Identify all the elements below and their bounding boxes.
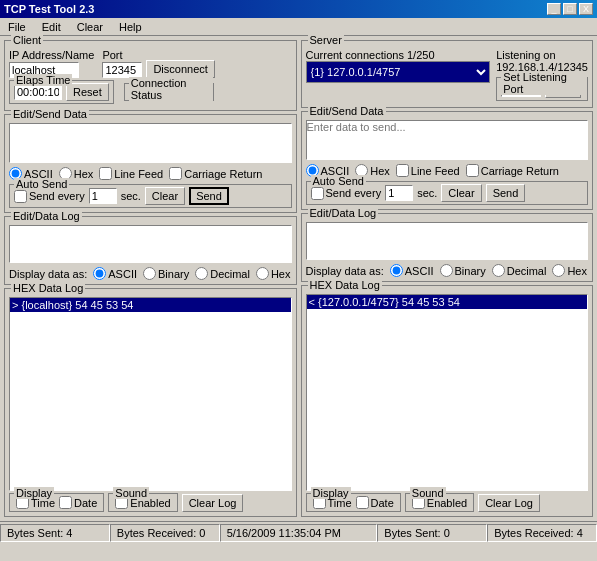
port-label: Port <box>102 49 142 61</box>
server-send-button[interactable]: Send <box>486 184 526 202</box>
server-cr-checkbox[interactable] <box>466 164 479 177</box>
server-auto-send-label: Auto Send <box>311 175 366 187</box>
server-disp-decimal-radio[interactable] <box>492 264 505 277</box>
client-data-log-label: Edit/Data Log <box>11 210 82 222</box>
server-send-every-checkbox-label[interactable]: Send every <box>311 187 382 200</box>
server-data-log-textarea[interactable] <box>306 222 589 260</box>
client-group-label: Client <box>11 34 43 46</box>
client-edit-send-textarea[interactable] <box>9 123 292 163</box>
server-cr-checkbox-label[interactable]: Carriage Return <box>466 164 559 177</box>
client-sec-label: sec. <box>121 190 141 202</box>
client-sound-group: Sound Enabled <box>108 493 177 512</box>
client-auto-send-group: Auto Send Send every sec. Clear Send <box>9 184 292 208</box>
client-date-checkbox[interactable] <box>59 496 72 509</box>
menu-help[interactable]: Help <box>115 20 146 34</box>
client-disp-ascii-label[interactable]: ASCII <box>93 267 137 280</box>
server-data-log-group: Edit/Data Log Display data as: ASCII Bin… <box>301 213 594 282</box>
server-group-label: Server <box>308 34 344 46</box>
status-bytes-received-client: Bytes Received: 0 <box>110 524 220 542</box>
menu-file[interactable]: File <box>4 20 30 34</box>
client-send-every-input[interactable] <box>89 188 117 204</box>
server-hex-log-label: HEX Data Log <box>308 279 382 291</box>
server-date-checkbox-label[interactable]: Date <box>356 496 394 509</box>
client-disp-binary-radio[interactable] <box>143 267 156 280</box>
server-disp-hex-label[interactable]: Hex <box>552 264 587 277</box>
server-edit-send-label: Edit/Send Data <box>308 105 386 117</box>
client-sound-label: Sound <box>113 487 149 499</box>
status-bytes-received-server: Bytes Received: 4 <box>487 524 597 542</box>
client-disp-binary-label[interactable]: Binary <box>143 267 189 280</box>
close-button[interactable]: X <box>579 3 593 15</box>
server-disp-ascii-label[interactable]: ASCII <box>390 264 434 277</box>
server-clear-log-button[interactable]: Clear Log <box>478 494 540 512</box>
client-display-sound-row: Display Time Date Sound Enabled Clear Lo… <box>9 493 292 512</box>
menu-bar: File Edit Clear Help <box>0 18 597 36</box>
client-cr-checkbox[interactable] <box>169 167 182 180</box>
client-disp-decimal-radio[interactable] <box>195 267 208 280</box>
server-lf-checkbox-label[interactable]: Line Feed <box>396 164 460 177</box>
ip-label: IP Address/Name <box>9 49 94 61</box>
server-disp-binary-radio[interactable] <box>440 264 453 277</box>
client-disp-hex-label[interactable]: Hex <box>256 267 291 280</box>
server-date-checkbox[interactable] <box>356 496 369 509</box>
client-disp-hex-radio[interactable] <box>256 267 269 280</box>
server-set-port-subgroup: Set Listening Port Bind <box>496 77 588 101</box>
server-connections-row: Current connections 1/250 {1} 127.0.0.1/… <box>306 49 589 101</box>
minimize-button[interactable]: _ <box>547 3 561 15</box>
client-hex-log-group: HEX Data Log > {localhost} 54 45 53 54 D… <box>4 288 297 517</box>
server-sound-label: Sound <box>410 487 446 499</box>
client-send-button[interactable]: Send <box>189 187 229 205</box>
client-lf-checkbox-label[interactable]: Line Feed <box>99 167 163 180</box>
server-display-group: Display Time Date <box>306 493 401 512</box>
server-data-log-label: Edit/Data Log <box>308 207 379 219</box>
client-disp-decimal-label[interactable]: Decimal <box>195 267 250 280</box>
server-disp-hex-radio[interactable] <box>552 264 565 277</box>
menu-clear[interactable]: Clear <box>73 20 107 34</box>
port-input[interactable] <box>102 62 142 78</box>
server-sec-label: sec. <box>417 187 437 199</box>
menu-edit[interactable]: Edit <box>38 20 65 34</box>
client-hex-log-row[interactable]: > {localhost} 54 45 53 54 <box>10 298 291 312</box>
server-disp-decimal-label[interactable]: Decimal <box>492 264 547 277</box>
client-display-label: Display <box>14 487 54 499</box>
connection-status-subgroup: Connection Status Connected <box>124 83 214 101</box>
server-send-every-checkbox[interactable] <box>311 187 324 200</box>
server-edit-send-group: Edit/Send Data ASCII Hex Line Feed Carri… <box>301 111 594 210</box>
client-auto-send-label: Auto Send <box>14 178 69 190</box>
maximize-button[interactable]: □ <box>563 3 577 15</box>
server-connections-select[interactable]: {1} 127.0.0.1/4757 <box>306 61 491 83</box>
server-hex-log-area[interactable]: < {127.0.0.1/4757} 54 45 53 54 <box>306 294 589 491</box>
server-panel: Server Current connections 1/250 {1} 127… <box>301 40 594 517</box>
server-edit-send-textarea[interactable] <box>306 120 589 160</box>
client-send-every-checkbox-label[interactable]: Send every <box>14 190 85 203</box>
server-display-sound-row: Display Time Date Sound Enabled Clear Lo… <box>306 493 589 512</box>
elapsed-subgroup: Elaps Time Reset <box>9 80 114 104</box>
client-disp-ascii-radio[interactable] <box>93 267 106 280</box>
status-datetime: 5/16/2009 11:35:04 PM <box>220 524 378 542</box>
client-lf-checkbox[interactable] <box>99 167 112 180</box>
server-hex-log-row[interactable]: < {127.0.0.1/4757} 54 45 53 54 <box>307 295 588 309</box>
client-hex-log-label: HEX Data Log <box>11 282 85 294</box>
disconnect-button[interactable]: Disconnect <box>146 60 214 78</box>
client-clear-log-button[interactable]: Clear Log <box>182 494 244 512</box>
server-send-every-input[interactable] <box>385 185 413 201</box>
elapsed-input[interactable] <box>14 84 62 100</box>
client-hex-log-area[interactable]: > {localhost} 54 45 53 54 <box>9 297 292 491</box>
server-clear-button[interactable]: Clear <box>441 184 481 202</box>
elapsed-row: Elaps Time Reset Connection Status Conne… <box>9 80 292 104</box>
client-date-checkbox-label[interactable]: Date <box>59 496 97 509</box>
title-bar: TCP Test Tool 2.3 _ □ X <box>0 0 597 18</box>
client-send-every-checkbox[interactable] <box>14 190 27 203</box>
server-lf-checkbox[interactable] <box>396 164 409 177</box>
client-data-log-group: Edit/Data Log Display data as: ASCII Bin… <box>4 216 297 285</box>
client-data-log-textarea[interactable] <box>9 225 292 263</box>
client-cr-checkbox-label[interactable]: Carriage Return <box>169 167 262 180</box>
client-panel: Client IP Address/Name Port Disconnect E… <box>4 40 297 517</box>
window-controls: _ □ X <box>547 3 593 15</box>
status-bytes-sent-server: Bytes Sent: 0 <box>377 524 487 542</box>
server-disp-ascii-radio[interactable] <box>390 264 403 277</box>
server-disp-binary-label[interactable]: Binary <box>440 264 486 277</box>
main-content: Client IP Address/Name Port Disconnect E… <box>0 36 597 521</box>
elapsed-label: Elaps Time <box>14 74 72 86</box>
client-clear-button[interactable]: Clear <box>145 187 185 205</box>
